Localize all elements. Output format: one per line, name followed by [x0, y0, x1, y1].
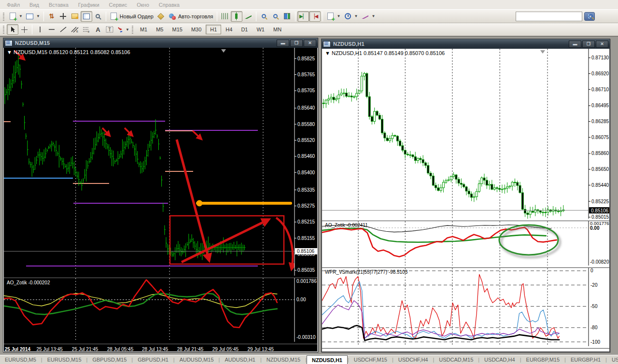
svg-text:0.00: 0.00 — [296, 297, 306, 302]
svg-text:25 Jul 13:45: 25 Jul 13:45 — [36, 347, 63, 352]
templates-button[interactable]: ▼ — [359, 11, 377, 22]
toolbar-drawing-periods: E F A T ▼ M1M5M15M30H1H4D1W1MN — [0, 23, 618, 36]
window-title: NZDUSD,H1 — [333, 41, 365, 47]
tab-AUDUSD-H1[interactable]: AUDUSD,H1 — [220, 355, 260, 364]
menu-Справка[interactable]: Справка — [154, 0, 184, 9]
zoom-in-icon — [260, 12, 268, 21]
text-label-tool-button[interactable]: T — [104, 24, 115, 35]
toolbar-grip[interactable] — [3, 12, 4, 21]
indicator-title: WPR_VSmark(21|55|77|277) -98.5103 — [325, 269, 408, 275]
timeframe-M1[interactable]: M1 — [136, 25, 152, 34]
svg-text:0.86285: 0.86285 — [591, 119, 609, 124]
time-axis[interactable]: 23 Jul 201423 Jul 20:0024 Jul 12:0025 Ju… — [322, 348, 609, 352]
chart-profiles-button[interactable]: ▼ — [24, 11, 42, 22]
tab-USDCHF-M15[interactable]: USDCHF,M15 — [349, 355, 392, 364]
tab-EURUSD-M15[interactable]: EURUSD,M15 — [42, 355, 86, 364]
timeframe-M30[interactable]: M30 — [187, 25, 206, 34]
maximize-button[interactable]: ❐ — [290, 40, 303, 47]
vertical-line-tool-button[interactable] — [34, 24, 46, 35]
toolbar-grip[interactable] — [132, 25, 133, 34]
navigator-button[interactable] — [69, 11, 81, 22]
wpr-vsmark-panel[interactable]: 0-20-50-80-100WPR_VSmark(21|55|77|277) -… — [322, 267, 609, 348]
minimize-button[interactable]: ▬ — [277, 40, 289, 47]
data-window-button[interactable] — [57, 11, 69, 22]
menu-Вид[interactable]: Вид — [25, 0, 44, 9]
timeframe-M15[interactable]: M15 — [168, 25, 186, 34]
main-chart-panel[interactable]: 0.871300.869200.867100.864950.862850.860… — [322, 49, 609, 221]
terminal-button[interactable] — [81, 11, 92, 22]
window-titlebar[interactable]: NZDUSD,M15 ▬ ❐ ✕ — [3, 38, 318, 48]
svg-text:0.85275: 0.85275 — [297, 203, 315, 209]
window-titlebar[interactable]: NZDUSD,H1 ▬ ❐ ✕ — [322, 39, 610, 49]
maximize-button[interactable]: ❐ — [582, 41, 595, 48]
horizontal-line-tool-button[interactable] — [46, 24, 57, 35]
chart-body[interactable]: 0.871300.869200.867100.864950.862850.860… — [322, 49, 610, 352]
time-axis[interactable]: 25 Jul 201425 Jul 13:4525 Jul 21:4528 Ju… — [4, 344, 317, 352]
zoom-out-button[interactable] — [270, 11, 281, 22]
timeframe-H1[interactable]: H1 — [206, 25, 221, 34]
window-title: NZDUSD,M15 — [15, 40, 50, 46]
tab-EURGBP-H1[interactable]: EURGBP,H1 — [566, 355, 605, 364]
timeframe-W1[interactable]: W1 — [252, 25, 269, 34]
cursor-tool-button[interactable] — [7, 24, 18, 35]
chart-window-nzdusd-h1[interactable]: NZDUSD,H1 ▬ ❐ ✕ 0.871300.869200.867100.8… — [321, 39, 610, 352]
autotrading-button[interactable]: Авто-торговля — [167, 11, 215, 22]
timeframe-H4[interactable]: H4 — [221, 25, 237, 34]
channel-tool-button[interactable]: E — [69, 24, 81, 35]
menu-Окно[interactable]: Окно — [132, 0, 154, 9]
close-button[interactable]: ✕ — [596, 41, 608, 48]
metaeditor-button[interactable] — [155, 11, 167, 22]
tab-EURUSD-M5[interactable]: EURUSD,M5 — [0, 355, 41, 364]
new-chart-button[interactable]: ▼ — [7, 11, 24, 22]
menu-Сервис[interactable]: Сервис — [104, 0, 132, 9]
minimize-button[interactable]: ▬ — [569, 41, 581, 48]
menu-Графики[interactable]: Графики — [73, 0, 104, 9]
main-chart-panel[interactable]: 0.858250.857650.857050.856400.855800.855… — [4, 48, 317, 278]
market-watch-button[interactable]: ⇅ — [46, 11, 57, 22]
line-chart-button[interactable] — [242, 11, 254, 22]
strategy-tester-button[interactable] — [92, 11, 104, 22]
auto-scroll-button[interactable]: ▶▏ — [297, 11, 309, 22]
crosshair-tool-button[interactable] — [18, 24, 30, 35]
ao-zotik-panel[interactable]: 0.0017760.00-0.00820AO_Zotik -0.002411 — [322, 221, 609, 267]
menu-Вставка[interactable]: Вставка — [44, 0, 73, 9]
cursor-icon — [9, 26, 16, 33]
navigator-folder-icon — [70, 12, 79, 21]
svg-text:0.85580: 0.85580 — [297, 122, 315, 127]
chart-body[interactable]: 0.858250.857650.857050.856400.855800.855… — [3, 48, 318, 352]
chart-window-nzdusd-m15[interactable]: NZDUSD,M15 ▬ ❐ ✕ 0.858250.857650.857050.… — [3, 38, 318, 352]
indicators-button[interactable]: ▼ — [325, 11, 342, 22]
candlestick-chart-button[interactable] — [231, 11, 242, 22]
chart-shift-button[interactable]: ▕◀ — [309, 11, 321, 22]
tab-USDCAD-M15[interactable]: USDCAD,M15 — [434, 355, 478, 364]
search-input[interactable] — [516, 13, 589, 20]
tab-GBPUSD-H1[interactable]: GBPUSD,H1 — [133, 355, 173, 364]
tab-USDCAD-H4[interactable]: USDCAD,H4 — [479, 355, 520, 364]
text-label-icon: T — [106, 26, 113, 33]
tab-NZDUSD-M15[interactable]: NZDUSD,M15 — [262, 355, 305, 364]
text-tool-button[interactable]: A — [92, 24, 104, 35]
fibonacci-tool-button[interactable]: F — [81, 24, 92, 35]
close-button[interactable]: ✕ — [304, 40, 316, 47]
menu-Файл[interactable]: Файл — [2, 0, 25, 9]
new-order-button[interactable]: Новый Ордер — [108, 11, 155, 22]
tab-USDJPY-M15[interactable]: USDJPY,M15 — [607, 355, 618, 364]
timeframe-MN[interactable]: MN — [269, 25, 286, 34]
tab-GBPUSD-M15[interactable]: GBPUSD,M15 — [87, 355, 131, 364]
timeframe-D1[interactable]: D1 — [237, 25, 252, 34]
tab-AUDUSD-M15[interactable]: AUDUSD,M15 — [175, 355, 219, 364]
arrow-objects-button[interactable]: ▼ — [115, 24, 131, 35]
tab-USDCHF-H4[interactable]: USDCHF,H4 — [393, 355, 433, 364]
templates-icon — [361, 12, 369, 21]
tab-EURGBP-M15[interactable]: EURGBP,M15 — [521, 355, 565, 364]
trendline-tool-button[interactable] — [57, 24, 69, 35]
toolbar-grip[interactable] — [3, 25, 4, 34]
svg-text:0.85520: 0.85520 — [297, 138, 315, 143]
bar-chart-button[interactable] — [219, 11, 231, 22]
ao-zotik-panel[interactable]: 0.0017860.00-0.00310AO_Zotik -0.000202 — [4, 278, 317, 344]
zoom-in-button[interactable] — [258, 11, 270, 22]
periods-button[interactable]: ▼ — [342, 11, 360, 22]
tab-NZDUSD-H1[interactable]: NZDUSD,H1 — [307, 355, 348, 364]
timeframe-M5[interactable]: M5 — [152, 25, 168, 34]
tile-windows-button[interactable] — [281, 11, 293, 22]
